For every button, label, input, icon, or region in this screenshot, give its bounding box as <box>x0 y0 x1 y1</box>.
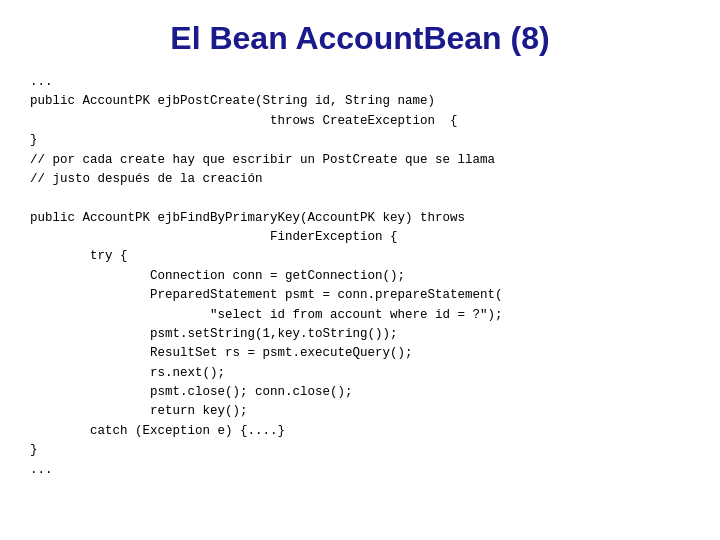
slide-title: El Bean AccountBean (8) <box>30 20 690 57</box>
code-block: ... public AccountPK ejbPostCreate(Strin… <box>30 73 690 480</box>
slide-container: El Bean AccountBean (8) ... public Accou… <box>0 0 720 540</box>
